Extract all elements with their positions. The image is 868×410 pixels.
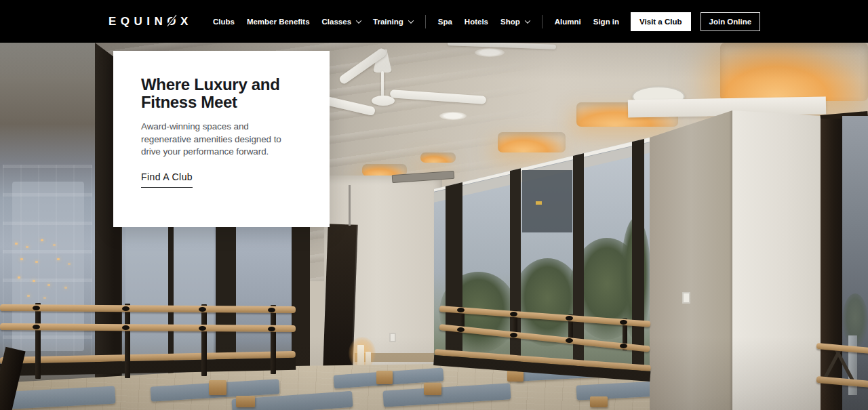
nav-item-training[interactable]: Training [373,18,413,26]
candle [357,345,364,365]
downlight [475,48,505,57]
nav-item-alumni[interactable]: Alumni [555,18,581,26]
nav-item-hotels[interactable]: Hotels [465,18,488,26]
recessed-amber-light [498,132,566,152]
nav-divider [542,15,542,28]
chevron-down-icon [356,18,361,23]
light-switch [389,333,396,342]
window-mullion [573,152,584,369]
nav-item-spa[interactable]: Spa [438,18,452,26]
nav-links: Clubs Member Benefits Classes Training S… [213,15,619,28]
hero-title: Where Luxury andFitness Meet [141,76,309,111]
yoga-block [376,371,393,384]
distant-building [522,170,572,232]
logo-o: O [167,15,180,28]
chevron-down-icon [408,18,414,23]
equinox-logo[interactable]: EQUINOX [108,15,193,28]
yoga-block [424,383,441,395]
nav-item-classes[interactable]: Classes [322,18,361,26]
nav-item-member-benefits[interactable]: Member Benefits [247,18,310,26]
yoga-block [236,396,255,407]
crane-light [536,201,542,205]
nav-item-clubs[interactable]: Clubs [213,18,235,26]
visit-a-club-button[interactable]: Visit a Club [631,12,690,31]
recessed-amber-light [420,152,456,163]
downlight [439,112,467,120]
nav-item-sign-in[interactable]: Sign in [593,18,619,26]
yoga-block [209,380,226,395]
hero-subtext: Award-winning spaces and regenerative am… [141,121,298,159]
nav-divider [425,15,426,28]
ceiling-fan-hub [372,96,395,106]
recessed-amber-light [720,43,868,101]
light-switch [682,292,690,304]
find-a-club-link[interactable]: Find A Club [141,171,193,188]
hero-card: Where Luxury andFitness Meet Award-winni… [113,51,330,227]
building-floors [3,165,92,368]
corner-wall [324,176,442,369]
chevron-down-icon [525,18,530,23]
candle [366,352,371,367]
join-online-button[interactable]: Join Online [701,12,761,31]
nav-item-shop[interactable]: Shop [500,18,530,26]
window-mullion [446,182,462,367]
yoga-block [590,396,608,407]
top-navigation: EQUINOX Clubs Member Benefits Classes Tr… [0,0,868,43]
barre-post [271,305,276,374]
column [650,108,821,410]
barre-post [125,304,130,378]
barre-post [201,304,207,376]
barre-post [35,303,41,379]
wall-conduit [349,185,351,226]
logo-text: EQUIN [108,15,167,28]
window-mullion [632,139,644,371]
